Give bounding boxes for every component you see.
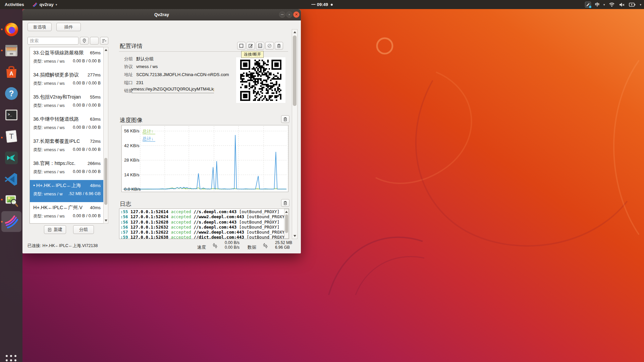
group-button[interactable]: 分组 [73,225,94,234]
minimize-button[interactable]: ─ [279,11,285,18]
scrollbar-thumb[interactable] [293,36,297,106]
fcitx-input-icon[interactable] [585,2,591,8]
dock-terminal[interactable]: >_ [4,107,19,123]
scroll-down-icon[interactable] [293,235,296,237]
server-type: 类型: vmess / ws [33,147,65,153]
desktop: Activities qv2ray ▾ 一 09:49 中 ▾ [0,0,644,362]
clock[interactable]: 一 09:49 [297,2,347,8]
server-list-item[interactable]: 36.中继中转隧道线路63ms 类型: vmess / ws0.00 B / 0… [30,114,103,136]
running-indicator [1,199,3,200]
dock-vscode[interactable] [4,172,19,187]
detail-row-group: 分组默认分组 [124,56,154,62]
data-down-value: 6.96 GB [275,245,292,250]
server-list-item[interactable]: H+.HK←IPLC←广州.V40ms 类型: vmess / ws0.00 B… [30,202,103,224]
server-latency: 72ms [90,139,101,144]
plugins-button[interactable]: 插件 [56,23,81,31]
terminal-icon: >_ [4,107,19,123]
server-list-item[interactable]: 38.官网：https://cc.266ms 类型: vmess / ws0.0… [30,158,103,180]
notification-dot [331,4,333,6]
server-type: 类型: vmess / w [33,191,63,197]
server-name: 33.公益等级線路嚴格限 [33,50,84,56]
show-apps-button[interactable] [4,354,18,362]
dock-image-viewer[interactable] [4,193,19,208]
main-scrollbar[interactable] [292,29,298,239]
svg-text:>_: >_ [8,112,12,116]
edit-config-button[interactable] [247,42,255,50]
speed-label: 速度 [197,244,206,250]
dock: A ? >_ T [0,9,22,362]
y-axis-tick: 42 KB/s [124,143,140,148]
unavailable-button[interactable] [265,42,274,50]
scroll-down-icon[interactable] [105,220,107,222]
server-latency: 55ms [90,95,101,100]
activities-button[interactable]: Activities [0,0,29,9]
maximize-button[interactable]: ▫ [286,11,292,18]
y-axis-tick: 28 KB/s [124,158,140,163]
server-list-item[interactable]: 34.捐赠解锁更多协议277ms 类型: vmess / ws0.00 B / … [30,69,103,92]
circle-slash-icon [267,43,272,48]
chevron-down-icon: ▾ [56,3,57,6]
dock-file-cabinet[interactable] [4,43,19,58]
blank-tool-button[interactable] [90,37,99,45]
close-button[interactable]: ✕ [293,11,300,18]
scrollbar-thumb[interactable] [285,215,288,233]
clock-label: 一 09:49 [311,2,328,7]
svg-text:总计↓: 总计↓ [142,136,154,141]
server-type: 类型: vmess / ws [33,81,65,86]
share-link-field[interactable]: vmess://eyJhZGQiOiJTQ0ROLjcyMTM4LkpNT0ZM… [131,86,214,93]
dock-help[interactable]: ? [4,86,19,101]
new-config-button[interactable]: 新建 [44,225,66,234]
server-list-item[interactable]: 37.长期套餐覆盖IPLC72ms 类型: vmess / ws0.00 B /… [30,136,103,158]
new-doc-icon [48,228,52,232]
speed-up-value: 0.00 B/s [225,240,239,245]
scroll-up-icon[interactable] [285,211,288,213]
trash-icon [276,43,281,48]
dock-firefox[interactable] [4,22,19,37]
connect-disconnect-button[interactable] [237,42,246,50]
top-bar: Activities qv2ray ▾ 一 09:49 中 ▾ [0,0,644,9]
server-name: 35.包括V2ray和Trojan [33,94,81,100]
server-data-usage: 0.00 B / 0.00 B [73,169,101,175]
dock-ubuntu-software[interactable]: A [4,64,19,80]
data-up-value: 25.52 MB [275,240,292,245]
server-name: 36.中继中转隧道线路 [33,116,79,122]
dock-text-editor[interactable]: T [4,129,19,144]
latency-test-button[interactable] [80,37,89,45]
sort-button[interactable] [100,37,108,45]
battery-icon [629,2,636,7]
scroll-up-icon[interactable] [105,49,107,51]
log-scrollbar[interactable] [284,209,289,239]
server-latency: 40ms [90,205,101,210]
window-titlebar[interactable]: Qv2ray ─ ▫ ✕ [22,9,301,20]
edit-json-button[interactable]: {;} [256,42,264,50]
scroll-up-icon[interactable] [293,31,296,33]
log-title: 日志 [120,200,131,208]
app-menu-button[interactable]: qv2ray ▾ [29,2,60,7]
server-list-scrollbar[interactable] [103,47,108,224]
y-axis-tick: 0.0 KB/s [124,187,141,192]
delete-config-button[interactable] [275,42,283,50]
square-icon [239,43,244,48]
connection-status: 已连接: H+.HK←IPLC←上海.VI72138 [28,243,98,249]
qv2ray-window: Qv2ray ─ ▫ ✕ 首选项 插件 33.公益等级線路嚴格限65ms 类型:… [22,9,301,253]
detail-row-port: 端口231 [124,80,144,86]
app-menu-label: qv2ray [40,2,54,7]
input-method-indicator[interactable]: 中 [595,2,599,8]
detail-row-protocol: 协议vmess / ws [124,64,158,70]
json-icon: {;} [258,43,263,48]
scrollbar-thumb[interactable] [104,158,107,205]
clear-graph-button[interactable] [281,115,289,123]
preferences-button[interactable]: 首选项 [28,23,52,31]
server-name: 38.官网：https://cc. [33,160,75,167]
search-input[interactable] [28,37,78,45]
clear-log-button[interactable] [281,199,289,207]
system-tray[interactable]: 中 ▾ ▾ [585,0,641,9]
server-list-item[interactable]: • H+.HK←IPLC←上海48ms 类型: vmess / w.52 MB … [30,180,103,202]
dock-proxy-tool[interactable] [4,150,19,166]
dock-qv2ray[interactable] [4,214,19,230]
vscode-icon [4,172,19,187]
tooltip: 连接/断开 [241,51,264,58]
server-list-item[interactable]: 35.包括V2ray和Trojan55ms 类型: vmess / ws0.00… [30,92,103,114]
server-list-item[interactable]: 33.公益等级線路嚴格限65ms 类型: vmess / ws0.00 B / … [30,47,103,69]
log-view[interactable]: :55 127.0.0.1:52614 accepted //s.deepl.c… [119,208,289,239]
